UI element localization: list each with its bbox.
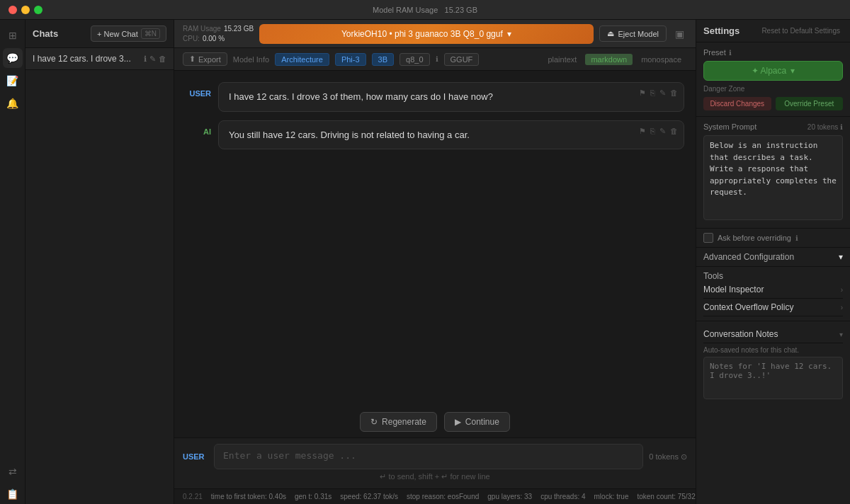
close-button[interactable]: [8, 6, 17, 14]
user-message-bubble: I have 12 cars. I drove 3 of them, how m…: [218, 82, 684, 112]
tools-section: Tools Model Inspector › Context Overflow…: [696, 267, 850, 321]
chat-panel-header: Chats + New Chat ⌘N: [26, 20, 174, 48]
system-prompt-textarea[interactable]: Below is an instruction that describes a…: [703, 135, 843, 220]
advanced-config-section[interactable]: Advanced Configuration ▾: [696, 248, 850, 267]
message-input[interactable]: [214, 444, 643, 469]
model-info-bar: ⬆ Export Model Info Architecture Phi-3 3…: [174, 48, 696, 71]
format-tabs: plaintext markdown monospace: [542, 54, 687, 65]
traffic-lights[interactable]: [8, 6, 42, 14]
model-inspector-item[interactable]: Model Inspector ›: [703, 281, 843, 299]
context-overflow-label: Context Overflow Policy: [703, 302, 793, 312]
msg-action-delete[interactable]: 🗑: [670, 87, 678, 99]
msg-action-flag[interactable]: ⚑: [639, 87, 646, 99]
speed: speed: 62.37 tok/s: [340, 493, 398, 500]
model-inspector-chevron: ›: [841, 286, 843, 294]
regenerate-button[interactable]: ↻ Regenerate: [360, 412, 437, 432]
sidebar-icon-notes[interactable]: 📝: [3, 71, 23, 91]
minimize-button[interactable]: [21, 6, 30, 14]
sidebar-icon-home[interactable]: ⊞: [3, 25, 23, 45]
architecture-tag[interactable]: Architecture: [275, 53, 329, 66]
sidebar-icon-logs[interactable]: 📋: [3, 484, 23, 504]
new-chat-shortcut: ⌘N: [141, 28, 160, 39]
cpu-value: 0.00 %: [203, 34, 225, 44]
chat-action-info[interactable]: ℹ: [144, 55, 147, 64]
chat-list: I have 12 cars. I drove 3... ℹ ✎ 🗑: [26, 48, 174, 504]
ai-msg-action-flag[interactable]: ⚑: [639, 125, 646, 137]
ai-msg-action-delete[interactable]: 🗑: [670, 125, 678, 137]
export-button[interactable]: ⬆ Export: [183, 52, 227, 66]
eject-model-button[interactable]: ⏏ Eject Model: [599, 25, 667, 42]
format-markdown[interactable]: markdown: [585, 54, 633, 65]
sidebar-icon-swap[interactable]: ⇄: [3, 462, 23, 481]
continue-icon: ▶: [455, 417, 461, 427]
export-icon: ⬆: [189, 55, 196, 64]
msg-action-copy[interactable]: ⎘: [650, 87, 655, 99]
chat-item-actions: ℹ ✎ 🗑: [144, 55, 166, 64]
chat-item-text: I have 12 cars. I drove 3...: [33, 54, 144, 64]
reset-settings-button[interactable]: Reset to Default Settings: [759, 25, 843, 36]
msg-action-edit[interactable]: ✎: [659, 87, 666, 99]
conversation-notes-item[interactable]: Conversation Notes ▾: [703, 326, 843, 343]
ai-msg-action-edit[interactable]: ✎: [659, 125, 666, 137]
token-count: 0 tokens ⊙: [649, 452, 687, 462]
phi3-tag[interactable]: Phi-3: [335, 53, 366, 66]
main-area: RAM Usage 15.23 GB CPU: 0.00 % YorkieOH1…: [174, 20, 696, 504]
new-chat-label: + New Chat: [97, 30, 138, 38]
status-bar: 0.2.21 time to first token: 0.40s gen t:…: [174, 488, 696, 504]
chat-action-edit[interactable]: ✎: [149, 55, 156, 64]
preset-label: Preset ℹ: [703, 48, 843, 57]
format-plaintext[interactable]: plaintext: [542, 54, 582, 65]
ram-label: RAM Usage: [183, 24, 221, 34]
format-monospace[interactable]: monospace: [635, 54, 687, 65]
stop-reason: stop reason: eosFound: [407, 493, 479, 500]
settings-panel: Settings Reset to Default Settings Prese…: [696, 20, 850, 504]
input-row: USER 0 tokens ⊙: [183, 444, 687, 469]
maximize-button[interactable]: [34, 6, 42, 14]
sidebar-toggle-right[interactable]: ▣: [672, 25, 687, 42]
notes-textarea[interactable]: [703, 357, 843, 399]
gguf-tag[interactable]: GGUF: [444, 53, 480, 66]
mlock: mlock: true: [594, 493, 629, 500]
context-overflow-item[interactable]: Context Overflow Policy ›: [703, 299, 843, 316]
messages-area: USER I have 12 cars. I drove 3 of them, …: [174, 71, 696, 406]
ask-overriding-checkbox[interactable]: [703, 233, 713, 243]
regenerate-icon: ↻: [370, 417, 378, 427]
3b-tag[interactable]: 3B: [372, 53, 394, 66]
override-preset-button[interactable]: Override Preset: [776, 97, 844, 110]
sidebar-icon-chat[interactable]: 💬: [3, 48, 23, 68]
q8-info-icon[interactable]: ℹ: [436, 55, 438, 63]
message-block-ai: AI You still have 12 cars. Driving is no…: [186, 120, 684, 150]
ai-message-text: You still have 12 cars. Driving is not r…: [229, 130, 470, 140]
regenerate-label: Regenerate: [382, 417, 426, 427]
system-prompt-section: System Prompt 20 tokens ℹ Below is an in…: [696, 117, 850, 229]
ram-info: RAM Usage 15.23 GB CPU: 0.00 %: [183, 24, 254, 44]
q8-tag[interactable]: q8_0: [400, 53, 429, 66]
input-role-label: USER: [183, 452, 208, 461]
user-role-label: USER: [186, 82, 211, 112]
chat-panel: Chats + New Chat ⌘N I have 12 cars. I dr…: [26, 20, 174, 504]
system-prompt-tokens: 20 tokens ℹ: [808, 123, 843, 131]
new-chat-button[interactable]: + New Chat ⌘N: [91, 25, 166, 42]
settings-header: Settings Reset to Default Settings: [696, 20, 850, 42]
continue-button[interactable]: ▶ Continue: [444, 412, 510, 432]
ask-overriding-info-icon[interactable]: ℹ: [795, 234, 798, 242]
advanced-chevron: ▾: [839, 252, 843, 262]
time-to-first: time to first token: 0.40s: [211, 493, 286, 500]
user-message-actions: ⚑ ⎘ ✎ 🗑: [639, 87, 678, 99]
model-selector[interactable]: YorkieOH10 • phi 3 guanaco 3B Q8_0 gguf …: [259, 24, 593, 44]
sidebar-icon-alerts[interactable]: 🔔: [3, 93, 23, 113]
ai-msg-action-copy[interactable]: ⎘: [650, 125, 655, 137]
eject-label: Eject Model: [618, 30, 659, 38]
auto-saved-label: Auto-saved notes for this chat.: [703, 346, 843, 354]
danger-zone-row: Discard Changes Override Preset: [703, 97, 843, 110]
cpu-threads: cpu threads: 4: [540, 493, 585, 500]
preset-info-icon[interactable]: ℹ: [729, 49, 732, 57]
ai-message-bubble: You still have 12 cars. Driving is not r…: [218, 120, 684, 150]
preset-selector[interactable]: ✦ Alpaca ▾: [703, 61, 843, 81]
system-prompt-info-icon[interactable]: ℹ: [840, 123, 843, 131]
discard-changes-button[interactable]: Discard Changes: [703, 97, 771, 110]
chat-item[interactable]: I have 12 cars. I drove 3... ℹ ✎ 🗑: [26, 48, 174, 70]
chat-action-delete[interactable]: 🗑: [159, 55, 166, 64]
conversation-notes-label: Conversation Notes: [703, 329, 778, 339]
preset-section: Preset ℹ ✦ Alpaca ▾ Danger Zone Discard …: [696, 42, 850, 117]
